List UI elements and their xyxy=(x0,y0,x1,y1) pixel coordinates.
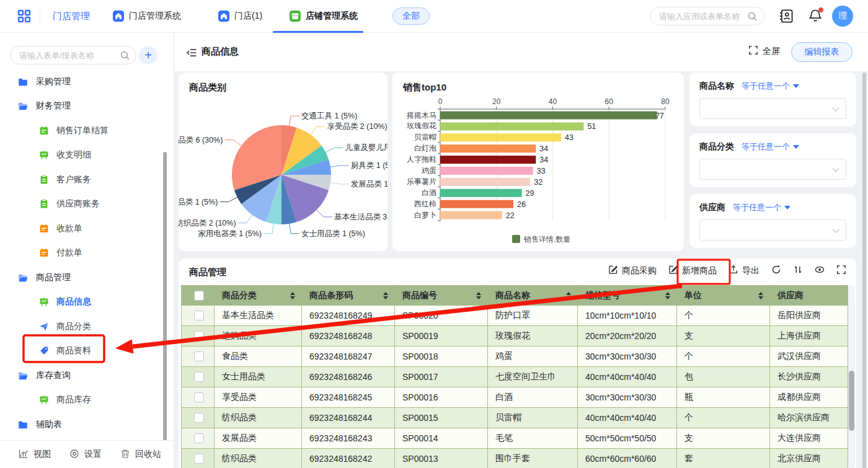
column-header-单位[interactable]: 单位 xyxy=(677,286,770,306)
sort-icon[interactable] xyxy=(476,292,481,299)
bar-白酒[interactable] xyxy=(440,189,522,197)
table-cell: 个 xyxy=(677,347,770,367)
column-header-商品条形码[interactable]: 商品条形码 xyxy=(302,286,395,306)
toolbar-label: 新增商品 xyxy=(682,265,717,276)
bar-乐事薯片[interactable] xyxy=(440,178,530,186)
ledger-icon xyxy=(38,126,49,136)
footer-设置[interactable]: 设置 xyxy=(69,449,102,461)
notification-bell-icon[interactable] xyxy=(808,9,822,22)
toolbar-新增商品[interactable]: 新增商品 xyxy=(668,265,717,276)
filter-operator-dropdown[interactable]: 等于任意一个 xyxy=(742,81,799,92)
sidebar-item-商品管理[interactable]: 商品管理 xyxy=(0,265,162,290)
contacts-icon[interactable] xyxy=(779,9,794,24)
sidebar-item-付款单[interactable]: 付款单 xyxy=(0,241,162,266)
column-header-商品名称[interactable]: 商品名称 xyxy=(488,286,578,306)
toolbar-导出[interactable]: 导出 xyxy=(728,265,760,276)
table-cell: 40cm*40cm*40/40 xyxy=(578,367,677,387)
avatar[interactable]: 理 xyxy=(832,6,853,27)
add-form-button[interactable]: + xyxy=(139,46,157,64)
column-header-规格型号[interactable]: 规格型号 xyxy=(578,286,677,306)
toolbar-eye-icon[interactable] xyxy=(815,265,825,276)
table-cell: 岳阳供应商 xyxy=(770,306,848,326)
fullscreen-button[interactable]: 全屏 xyxy=(748,45,780,57)
folder-open-icon xyxy=(17,273,28,283)
filter-value-select[interactable] xyxy=(699,219,846,241)
row-checkbox[interactable] xyxy=(194,392,204,402)
sidebar-item-财务管理[interactable]: 财务管理 xyxy=(0,94,162,119)
bar-人字拖鞋[interactable] xyxy=(440,156,536,164)
row-checkbox[interactable] xyxy=(194,351,204,361)
sidebar-item-辅助表[interactable]: 辅助表 xyxy=(0,412,162,437)
main-scrollbar[interactable] xyxy=(862,73,866,468)
sort-icon[interactable] xyxy=(758,292,763,299)
sidebar-item-库存查询[interactable]: 库存查询 xyxy=(0,363,162,388)
filter-operator-dropdown[interactable]: 等于任意一个 xyxy=(733,202,790,213)
select-all-checkbox[interactable] xyxy=(194,291,204,301)
table-cell: 鸡蛋 xyxy=(488,347,578,367)
table-cell: 个 xyxy=(677,306,770,326)
filter-operator-dropdown[interactable]: 等于任意一个 xyxy=(742,141,799,152)
table-cell: 10cm*10cm*10/10 xyxy=(578,306,677,326)
filter-value-select[interactable] xyxy=(699,159,846,180)
nav-tab-1[interactable]: 门店(1) xyxy=(218,0,262,32)
apps-grid-icon[interactable] xyxy=(17,9,31,23)
sidebar-item-销售订单结算[interactable]: 销售订单结算 xyxy=(0,118,162,143)
row-checkbox[interactable] xyxy=(194,413,204,423)
footer-视图[interactable]: 视图 xyxy=(19,449,51,461)
column-header-商品分类[interactable]: 商品分类 xyxy=(215,286,302,306)
table-cell: 6923248168244 xyxy=(302,408,395,428)
nav-store-management-link[interactable]: 门店管理 xyxy=(53,0,90,32)
pie-label-line xyxy=(325,148,343,152)
bar-西红柿[interactable] xyxy=(440,200,513,208)
row-checkbox[interactable] xyxy=(194,454,204,464)
filter-value-select[interactable] xyxy=(699,98,846,119)
row-checkbox[interactable] xyxy=(194,433,204,443)
sort-icon[interactable] xyxy=(290,292,295,299)
sort-icon[interactable] xyxy=(566,292,571,299)
bar-贝雷帽[interactable] xyxy=(440,133,561,141)
sort-icon[interactable] xyxy=(665,292,670,299)
bar-玫瑰假花[interactable] xyxy=(440,122,583,130)
nav-tab-2[interactable]: 店铺管理系统 xyxy=(290,0,358,32)
column-label: 供应商 xyxy=(777,290,804,301)
sidebar-item-收支明细[interactable]: 收支明细 xyxy=(0,143,162,168)
sidebar-item-商品库存[interactable]: 商品库存 xyxy=(0,388,162,413)
sidebar-item-供应商账务[interactable]: 供应商账务 xyxy=(0,192,162,217)
sidebar-scrollbar[interactable] xyxy=(163,152,167,445)
nav-tab-0[interactable]: 门店管理系统 xyxy=(113,0,181,32)
row-checkbox[interactable] xyxy=(194,331,204,341)
collapse-sidebar-icon[interactable] xyxy=(186,47,197,61)
sidebar-item-商品信息[interactable]: 商品信息 xyxy=(0,290,162,315)
row-checkbox[interactable] xyxy=(194,311,204,320)
sidebar-item-客户账务[interactable]: 客户账务 xyxy=(0,167,162,192)
table-cell: SP00019 xyxy=(395,326,488,347)
toolbar-sort-icon[interactable] xyxy=(793,265,803,276)
sidebar-item-采购管理[interactable]: 采购管理 xyxy=(0,69,162,94)
sidebar-item-收款单[interactable]: 收款单 xyxy=(0,216,162,241)
column-header-商品编号[interactable]: 商品编号 xyxy=(395,286,488,306)
sidebar-item-商品资料[interactable]: 商品资料 xyxy=(0,339,162,364)
all-apps-badge[interactable]: 全部 xyxy=(392,7,430,25)
column-label: 单位 xyxy=(684,290,702,301)
search-icon[interactable] xyxy=(120,50,130,63)
bar-摇摇木马[interactable] xyxy=(440,112,657,120)
bar-鸡蛋[interactable] xyxy=(440,167,533,175)
bar-白萝卜[interactable] xyxy=(440,211,502,219)
row-checkbox[interactable] xyxy=(194,372,204,382)
x-tick-label: 80 xyxy=(661,97,670,106)
legend-label[interactable]: 销售详情.数量 xyxy=(523,235,570,244)
table-scrollbar[interactable] xyxy=(848,285,855,468)
footer-回收站[interactable]: 回收站 xyxy=(120,449,161,461)
global-search-input[interactable] xyxy=(659,12,745,21)
bar-白灯泡[interactable] xyxy=(440,144,536,152)
search-icon[interactable] xyxy=(747,11,758,24)
toolbar-refresh-icon[interactable] xyxy=(771,265,781,276)
column-header-供应商[interactable]: 供应商 xyxy=(770,286,848,306)
form-search-input[interactable] xyxy=(19,51,118,60)
toolbar-商品采购[interactable]: 商品采购 xyxy=(608,265,657,276)
sidebar-item-商品分类[interactable]: 商品分类 xyxy=(0,314,162,339)
edit-report-button[interactable]: 编辑报表 xyxy=(791,42,852,62)
toolbar-fullscreen-icon[interactable] xyxy=(836,265,846,276)
trash-icon xyxy=(120,449,130,461)
sort-icon[interactable] xyxy=(383,292,388,299)
